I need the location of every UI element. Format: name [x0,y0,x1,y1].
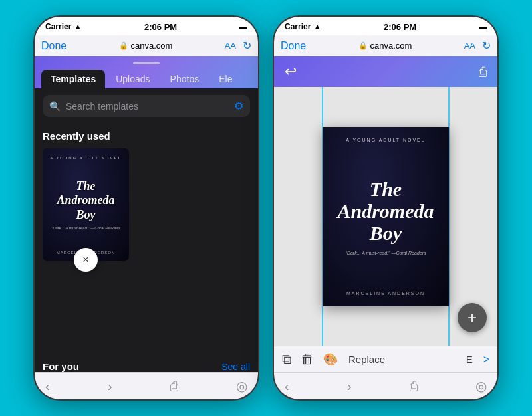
add-button[interactable]: + [458,303,487,332]
left-phone: Carrier ▲ 2:06 PM ▬ Done 🔒 canva.com AA … [33,15,259,401]
done-button-left[interactable]: Done [41,40,66,52]
for-you-row: For you See all [35,356,258,372]
browser-actions-left: AA ↻ [225,39,251,52]
template-card-inner: A YOUNG ADULT NOVEL The Andromeda Boy "D… [43,148,129,261]
book-title-container: The Andromeda Boy "Dark... A must-read."… [51,179,120,231]
toolbar-gradient-left: Templates Uploads Photos Ele [35,56,258,88]
share-nav-icon-right[interactable]: ⎙ [410,379,418,394]
status-bar-left: Carrier ▲ 2:06 PM ▬ [35,17,258,35]
novel-label-left: A YOUNG ADULT NOVEL [50,156,122,160]
browser-bar-left: Done 🔒 canva.com AA ↻ [35,35,258,56]
compass-nav-icon-right[interactable]: ◎ [475,378,487,394]
for-you-label: For you [43,361,79,372]
share-button-right[interactable]: ⎙ [479,64,487,80]
bottom-bar-left: ‹ › ⎙ ◎ [35,372,258,399]
book-canvas-title: The Andromeda Boy [337,178,434,244]
book-canvas-tagline: "Dark... A must-read." —Coral Readers [337,251,434,255]
e-button[interactable]: E [466,354,473,365]
browser-bar-right: Done 🔒 canva.com AA ↻ [274,35,497,56]
color-tool-icon[interactable]: 🎨 [323,352,338,367]
share-nav-icon-left[interactable]: ⎙ [170,379,178,394]
right-toolbar: ↩ ⎙ [274,56,497,87]
search-placeholder: Search templates [66,101,229,112]
refresh-button-left[interactable]: ↻ [243,39,251,52]
bottom-tools: ⧉ 🗑 🎨 Replace E > [274,346,497,372]
battery-area-left: ▬ [239,22,247,31]
compass-nav-icon-left[interactable]: ◎ [236,378,247,394]
battery-icon: ▬ [239,22,247,31]
back-nav-icon-left[interactable]: ‹ [45,379,50,394]
toolbar-handle [133,62,160,64]
refresh-button-right[interactable]: ↻ [482,39,491,52]
browser-actions-right: AA ↻ [464,39,491,52]
url-text-right: canva.com [370,41,412,51]
delete-tool-icon[interactable]: 🗑 [301,352,314,367]
copy-tool-icon[interactable]: ⧉ [282,352,291,367]
carrier-text: Carrier [45,22,71,31]
book-canvas-novel: A YOUNG ADULT NOVEL [346,138,425,142]
browser-url-left: 🔒 canva.com [119,41,173,51]
forward-nav-icon-left[interactable]: › [108,379,112,394]
url-text-left: canva.com [131,41,173,51]
book-canvas-title-container: The Andromeda Boy "Dark... A must-read."… [337,178,434,255]
tab-ele[interactable]: Ele [209,70,241,88]
tab-photos[interactable]: Photos [161,70,209,88]
search-box[interactable]: 🔍 Search templates ⚙ [43,95,250,117]
templates-content: Recently used A YOUNG ADULT NOVEL The An… [35,124,258,356]
back-nav-icon-right[interactable]: ‹ [285,379,289,394]
carrier-wifi: Carrier ▲ [45,22,82,31]
tab-uploads[interactable]: Uploads [106,70,159,88]
right-phone: Carrier ▲ 2:06 PM ▬ Done 🔒 canva.com AA … [273,15,499,401]
carrier-wifi-right: Carrier ▲ [285,22,321,31]
template-card[interactable]: A YOUNG ADULT NOVEL The Andromeda Boy "D… [43,148,129,261]
book-title-left: The Andromeda Boy [51,179,120,223]
wifi-icon: ▲ [74,22,82,31]
replace-button[interactable]: Replace [348,354,385,365]
phone-content-left: Templates Uploads Photos Ele 🔍 [35,56,258,372]
aa-button-right[interactable]: AA [464,41,475,51]
battery-icon-right: ▬ [479,22,487,31]
lock-icon-right: 🔒 [358,41,368,50]
lock-icon-left: 🔒 [119,41,128,50]
more-button[interactable]: > [483,354,489,365]
status-bar-right: Carrier ▲ 2:06 PM ▬ [274,17,497,35]
back-button-right[interactable]: ↩ [285,63,297,80]
wifi-icon-right: ▲ [313,22,321,31]
browser-url-right: 🔒 canva.com [358,41,412,51]
forward-nav-icon-right[interactable]: › [347,379,352,394]
template-card-wrapper: A YOUNG ADULT NOVEL The Andromeda Boy "D… [43,148,129,261]
search-icon: 🔍 [49,101,61,112]
done-button-right[interactable]: Done [281,40,306,52]
book-canvas[interactable]: A YOUNG ADULT NOVEL The Andromeda Boy "D… [323,127,449,306]
battery-area-right: ▬ [479,22,487,31]
canvas-area: A YOUNG ADULT NOVEL The Andromeda Boy "D… [274,87,497,346]
carrier-text-right: Carrier [285,22,311,31]
status-time-right: 2:06 PM [384,22,416,32]
aa-button-left[interactable]: AA [225,41,236,51]
status-time-left: 2:06 PM [144,22,177,32]
recently-used-title: Recently used [43,130,250,142]
filter-icon[interactable]: ⚙ [234,100,243,112]
toolbar-tabs: Templates Uploads Photos Ele [35,70,258,88]
tab-templates[interactable]: Templates [41,70,105,88]
close-button[interactable]: × [74,248,98,272]
book-canvas-author: MARCELINE ANDERSON [346,291,425,296]
search-area: 🔍 Search templates ⚙ [35,88,258,124]
book-tagline-left: "Dark... A must-read." —Coral Readers [51,226,120,230]
bottom-bar-right: ‹ › ⎙ ◎ [274,372,497,399]
see-all-button[interactable]: See all [221,362,250,372]
